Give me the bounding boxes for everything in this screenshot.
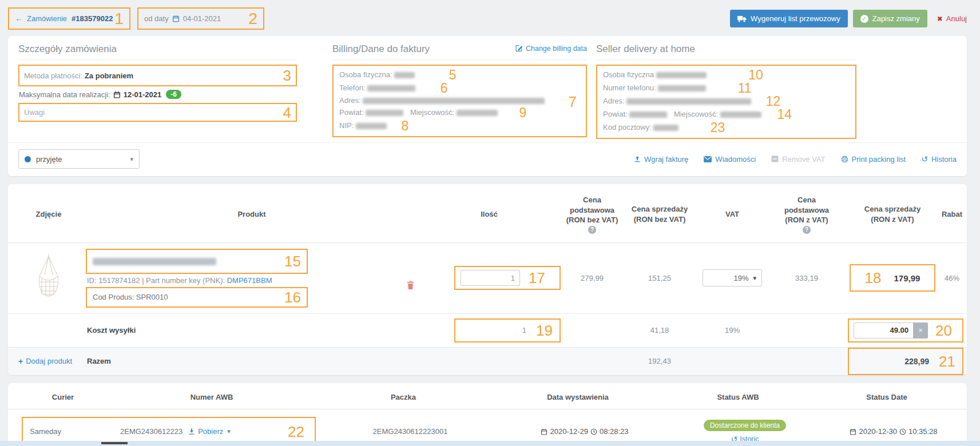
package-number: 2EMG2430612223001 — [316, 427, 505, 436]
col-header-vat: VAT — [696, 209, 769, 220]
quantity-input[interactable] — [461, 270, 520, 286]
deadline-date: 12-01-2021 — [124, 90, 162, 99]
vat-value: 19% — [733, 274, 748, 282]
add-product-link[interactable]: + Dodaj produkt — [18, 357, 86, 366]
order-details-column: Szczegóły zamówienia Metoda płatności: Z… — [18, 43, 297, 139]
order-status-select[interactable]: przyjęte ▾ — [18, 149, 140, 169]
print-packing-label: Print packing list — [852, 155, 906, 164]
products-table-header: Zdjęcie Produkt Ilość Cena podstawowa (R… — [8, 184, 967, 242]
shipping-qty-cell: 1 19 — [418, 318, 561, 343]
plus-icon: + — [18, 357, 23, 366]
annotation-box-19: 1 19 — [454, 318, 561, 343]
sale-gross-cell: 18 179,99 — [844, 264, 941, 292]
status-time: 10:35:28 — [908, 427, 938, 436]
totals-row: + Dodaj produkt Razem 192,43 228,99 21 — [8, 347, 967, 375]
billing-title: Billing/Dane do faktury — [332, 43, 430, 59]
annotation-label-3: 3 — [283, 68, 291, 83]
annotation-label-11: 11 — [738, 81, 752, 95]
annotation-label-2: 2 — [248, 11, 257, 27]
upload-invoice-link[interactable]: Wgraj fakturę — [634, 155, 688, 164]
back-to-order-link[interactable]: ← Zamówienie #183579022 — [15, 14, 113, 23]
redacted-delivery-county — [629, 112, 667, 118]
redacted-delivery-address — [626, 98, 751, 105]
calendar-icon — [541, 428, 547, 435]
save-changes-button[interactable]: ✓ Zapisz zmiany — [853, 10, 927, 27]
delivery-title: Seller delivery at home — [596, 43, 856, 60]
delivery-phone-label: Numer telefonu: — [603, 83, 656, 92]
annotation-box-16: Cod Produs: SPR0010 16 — [86, 287, 308, 308]
product-name-link[interactable] — [93, 257, 216, 265]
billing-person-label: Osoba fizyczna: — [339, 70, 392, 79]
redacted-delivery-person — [656, 72, 707, 78]
edit-icon — [515, 45, 523, 52]
annotation-label-16: 16 — [284, 290, 301, 305]
product-code: Cod Produs: SPR0010 — [93, 293, 168, 301]
download-awb-link[interactable]: Pobierz ▾ — [188, 427, 231, 436]
status-badge: Dostarczone do klienta — [704, 420, 786, 431]
annotation-label-4: 4 — [283, 105, 291, 120]
annotation-box-4: 4 — [18, 103, 297, 122]
deadline-days-badge: -6 — [166, 90, 181, 99]
payment-method-label: Metoda płatności: — [24, 71, 82, 80]
issue-date: 2020-12-29 — [550, 427, 588, 436]
annotation-label-23: 23 — [711, 120, 725, 135]
chevron-down-icon: ▾ — [130, 156, 133, 163]
shipping-price-input[interactable] — [854, 322, 913, 339]
truck-icon — [737, 15, 747, 22]
order-number: #183579022 — [72, 14, 113, 23]
col-header-qty: Ilość — [418, 209, 561, 220]
annotation-box-2: od daty 04-01-2021 2 — [137, 7, 264, 30]
remove-vat-label: Remove VAT — [782, 155, 825, 164]
shipping-row: Koszt wysyłki 1 19 41,18 19% × 20 — [8, 313, 967, 347]
vat-cell: 19% ▾ — [696, 269, 769, 286]
messages-label: Wiadomości — [715, 155, 756, 164]
redacted-billing-county — [366, 110, 403, 116]
add-product-label: Dodaj produkt — [26, 357, 72, 365]
remove-shipping-cost-button[interactable]: × — [913, 322, 928, 339]
delete-product-icon[interactable] — [407, 281, 414, 289]
col-header-base-net: Cena podstawowa (RON bez VAT)? — [561, 195, 624, 234]
product-id-line: ID: 1517874182 | Part number key (PNK): … — [87, 276, 391, 285]
order-action-links: Wgraj fakturę Wiadomości Remove VAT Prin… — [634, 155, 957, 164]
print-packing-list-link[interactable]: Print packing list — [841, 155, 906, 164]
clock-icon — [590, 428, 597, 435]
col-header-awb: Numer AWB — [114, 393, 309, 401]
product-row: 15 ID: 1517874182 | Part number key (PNK… — [8, 242, 967, 313]
status-date: 2020-12-30 — [859, 427, 897, 436]
total-sale-net: 192,43 — [624, 357, 696, 365]
cancel-link[interactable]: ✖ Anuluj — [937, 14, 967, 23]
generate-waybill-button[interactable]: Wygeneruj list przewozowy — [730, 10, 848, 27]
history-link[interactable]: ↺ Historia — [921, 155, 957, 164]
calendar-icon — [172, 15, 180, 22]
envelope-icon — [704, 156, 712, 162]
delivery-column: Seller delivery at home Osoba fizyczna 1… — [596, 43, 856, 139]
pnk-link[interactable]: DMP671BBM — [227, 276, 272, 285]
change-billing-label: Change billing data — [526, 45, 587, 53]
redacted-delivery-postcode — [653, 125, 679, 131]
annotation-label-22: 22 — [288, 424, 304, 439]
notes-input[interactable] — [19, 104, 283, 121]
col-header-sale-gross: Cena sprzedaży (RON z VAT) — [844, 204, 941, 224]
annotation-box-15: 15 — [86, 249, 308, 274]
messages-link[interactable]: Wiadomości — [704, 155, 756, 164]
vat-select[interactable]: 19% ▾ — [703, 269, 762, 286]
annotation-label-20: 20 — [935, 323, 952, 338]
sale-net-value: 151,25 — [624, 274, 696, 282]
save-changes-label: Zapisz zmiany — [872, 14, 920, 23]
upload-icon — [634, 156, 641, 163]
col-header-sale-net: Cena sprzedaży (RON bez VAT) — [624, 204, 696, 224]
redacted-delivery-city — [720, 112, 761, 118]
annotation-label-17: 17 — [529, 270, 545, 285]
base-gross-value: 333,19 — [769, 274, 844, 282]
product-photo[interactable] — [11, 253, 86, 302]
shipping-sale-net: 41,18 — [624, 326, 696, 334]
printer-icon — [841, 156, 848, 163]
col-header-issue-date: Data wystawienia — [498, 393, 658, 401]
status-value: przyjęte — [36, 155, 62, 164]
annotation-box-1: ← Zamówienie #183579022 1 — [8, 7, 130, 30]
payment-method-value: Za pobraniem — [85, 71, 133, 80]
annotation-label-8: 8 — [402, 118, 409, 133]
remove-vat-link[interactable]: Remove VAT — [771, 155, 825, 164]
change-billing-data-link[interactable]: Change billing data — [515, 45, 587, 53]
history-icon: ↺ — [921, 155, 928, 163]
